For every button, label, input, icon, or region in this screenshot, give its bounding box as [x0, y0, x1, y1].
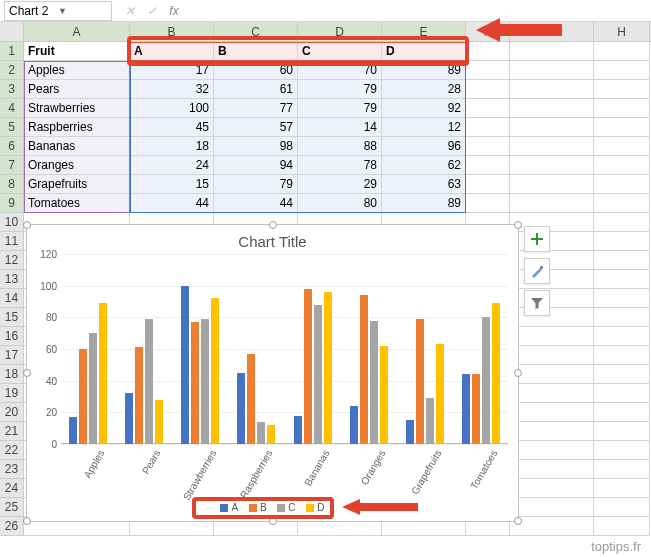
row-header[interactable]: 7 [0, 156, 24, 175]
cell[interactable]: 32 [130, 80, 214, 99]
cell[interactable] [466, 137, 510, 156]
cell[interactable]: 100 [130, 99, 214, 118]
bar-group[interactable] [294, 289, 332, 444]
row-header[interactable]: 17 [0, 346, 24, 365]
cell[interactable]: 79 [298, 99, 382, 118]
cell[interactable] [594, 384, 650, 403]
cell[interactable] [594, 517, 650, 536]
cell[interactable] [510, 213, 594, 232]
cancel-icon[interactable]: ✕ [122, 4, 138, 18]
select-all-corner[interactable] [0, 22, 24, 41]
cell[interactable] [594, 327, 650, 346]
row-header[interactable]: 20 [0, 403, 24, 422]
cell[interactable] [510, 156, 594, 175]
bar[interactable] [89, 333, 97, 444]
row-header[interactable]: 16 [0, 327, 24, 346]
cell[interactable]: 14 [298, 118, 382, 137]
col-header-F[interactable]: F [466, 22, 510, 41]
chart-styles-button[interactable] [524, 258, 550, 284]
row-header[interactable]: 13 [0, 270, 24, 289]
cell[interactable] [466, 42, 510, 61]
cell[interactable]: 89 [382, 61, 466, 80]
cell[interactable] [594, 441, 650, 460]
col-header-D[interactable]: D [298, 22, 382, 41]
cell[interactable]: 15 [130, 175, 214, 194]
cell[interactable]: 70 [298, 61, 382, 80]
cell[interactable] [510, 460, 594, 479]
cell[interactable]: 28 [382, 80, 466, 99]
chart-title[interactable]: Chart Title [27, 225, 518, 254]
cell[interactable] [594, 61, 650, 80]
resize-handle[interactable] [514, 369, 522, 377]
bar[interactable] [145, 319, 153, 444]
cell[interactable]: 44 [130, 194, 214, 213]
cell[interactable] [510, 308, 594, 327]
cell[interactable] [510, 61, 594, 80]
bar[interactable] [155, 400, 163, 444]
cell[interactable] [594, 42, 650, 61]
bar[interactable] [211, 298, 219, 444]
col-header-C[interactable]: C [214, 22, 298, 41]
cell[interactable]: 57 [214, 118, 298, 137]
name-box[interactable]: Chart 2 ▼ [4, 1, 112, 21]
cell[interactable] [594, 422, 650, 441]
bar[interactable] [370, 321, 378, 445]
cell[interactable]: D [382, 42, 466, 61]
bar-group[interactable] [181, 286, 219, 444]
col-header-B[interactable]: B [130, 22, 214, 41]
col-header-E[interactable]: E [382, 22, 466, 41]
row-header[interactable]: 8 [0, 175, 24, 194]
row-header[interactable]: 18 [0, 365, 24, 384]
row-header[interactable]: 25 [0, 498, 24, 517]
cell[interactable] [594, 346, 650, 365]
cell[interactable]: Tomatoes [24, 194, 130, 213]
resize-handle[interactable] [514, 221, 522, 229]
row-header[interactable]: 3 [0, 80, 24, 99]
cell[interactable] [510, 118, 594, 137]
cell[interactable]: A [130, 42, 214, 61]
cell[interactable] [510, 289, 594, 308]
cell[interactable]: 94 [214, 156, 298, 175]
bar[interactable] [304, 289, 312, 444]
row-header[interactable]: 5 [0, 118, 24, 137]
bar[interactable] [492, 303, 500, 444]
bar[interactable] [416, 319, 424, 444]
cell[interactable] [594, 308, 650, 327]
bar[interactable] [247, 354, 255, 444]
cell[interactable] [510, 175, 594, 194]
bar[interactable] [462, 374, 470, 444]
legend-item-B[interactable]: B [249, 502, 267, 513]
bar[interactable] [360, 295, 368, 444]
cell[interactable]: 79 [214, 175, 298, 194]
col-header-A[interactable]: A [24, 22, 130, 41]
chart-plot-area[interactable]: 020406080100120 [61, 254, 508, 444]
bar[interactable] [267, 425, 275, 444]
cell[interactable]: 78 [298, 156, 382, 175]
cell[interactable] [466, 194, 510, 213]
cell[interactable] [510, 194, 594, 213]
row-header[interactable]: 15 [0, 308, 24, 327]
cell[interactable] [466, 156, 510, 175]
cell[interactable]: 63 [382, 175, 466, 194]
cell[interactable]: 79 [298, 80, 382, 99]
cell[interactable]: 80 [298, 194, 382, 213]
bar-group[interactable] [125, 319, 163, 444]
bar[interactable] [294, 416, 302, 445]
cell[interactable] [510, 498, 594, 517]
cell[interactable]: 92 [382, 99, 466, 118]
cell[interactable] [594, 80, 650, 99]
cell[interactable] [510, 422, 594, 441]
cell[interactable]: 77 [214, 99, 298, 118]
cell[interactable]: 62 [382, 156, 466, 175]
cell[interactable]: C [298, 42, 382, 61]
bar[interactable] [99, 303, 107, 444]
cell[interactable]: B [214, 42, 298, 61]
legend-item-D[interactable]: D [306, 502, 324, 513]
bar[interactable] [314, 305, 322, 444]
cell[interactable] [594, 118, 650, 137]
cell[interactable]: 61 [214, 80, 298, 99]
resize-handle[interactable] [23, 369, 31, 377]
cell[interactable]: 45 [130, 118, 214, 137]
resize-handle[interactable] [23, 221, 31, 229]
bar-group[interactable] [406, 319, 444, 444]
